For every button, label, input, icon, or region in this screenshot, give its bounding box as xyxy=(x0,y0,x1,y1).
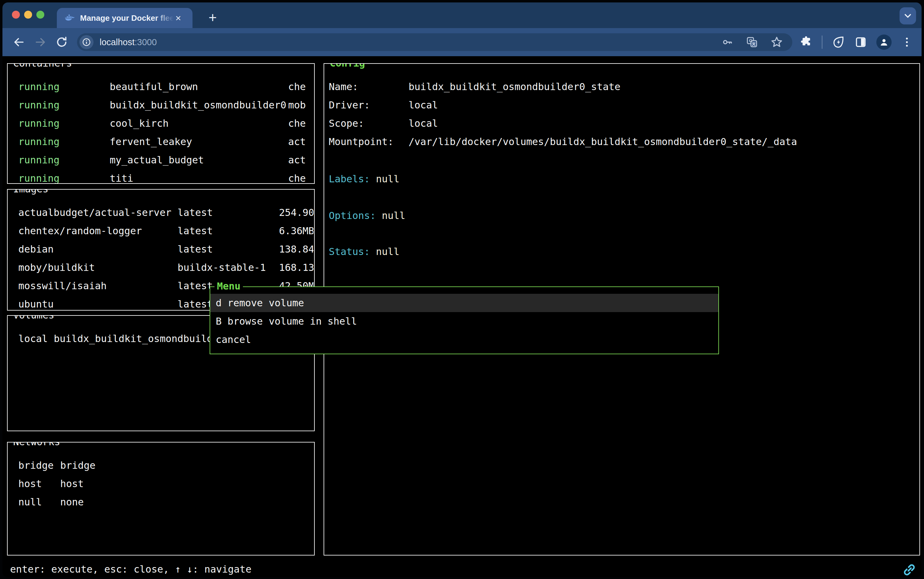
menu-item-remove-volume[interactable]: d remove volume xyxy=(210,294,718,312)
networks-rows: bridgebridge hosthost nullnone xyxy=(18,456,313,511)
docker-whale-favicon xyxy=(64,13,75,23)
translate-icon[interactable]: G xyxy=(746,36,758,48)
container-row[interactable]: runningmy_actual_budgetact xyxy=(18,151,313,169)
forward-button[interactable] xyxy=(32,34,49,51)
new-tab-button[interactable]: + xyxy=(204,9,221,26)
container-row[interactable]: runningcool_kirchche xyxy=(18,114,313,132)
back-button[interactable] xyxy=(10,34,28,51)
site-info-button[interactable] xyxy=(79,35,93,49)
menu-item-cancel[interactable]: cancel xyxy=(210,330,718,349)
volumes-panel-title: Volumes xyxy=(11,315,57,322)
config-options-field: Options: null xyxy=(329,206,405,225)
reload-button[interactable] xyxy=(53,34,70,51)
network-row[interactable]: bridgebridge xyxy=(18,456,313,474)
nav-buttons xyxy=(2,34,70,51)
container-row[interactable]: runningtitiche xyxy=(18,169,313,184)
more-vertical-icon[interactable] xyxy=(901,36,913,48)
image-row[interactable]: chentex/random-loggerlatest6.36MB xyxy=(18,222,313,240)
browser-window: Manage your Docker fleet wit × + xyxy=(2,2,922,577)
keybind-hints: enter: execute, esc: close, ↑ ↓: navigat… xyxy=(10,560,251,577)
svg-text:G: G xyxy=(749,38,753,43)
image-row[interactable]: actualbudget/actual-serverlatest254.90 xyxy=(18,203,313,222)
screenshot: Manage your Docker fleet wit × + xyxy=(0,0,924,579)
image-row[interactable]: moby/buildkitbuildx-stable-1168.13 xyxy=(18,258,313,277)
menu-title: Menu xyxy=(215,279,243,293)
traffic-lights xyxy=(12,11,44,19)
link-icon[interactable] xyxy=(901,562,917,577)
zoom-window-button[interactable] xyxy=(36,11,44,19)
config-field: Scope:local xyxy=(329,114,916,132)
chevron-down-icon xyxy=(903,11,913,21)
minimize-window-button[interactable] xyxy=(24,11,32,19)
config-labels-field: Labels: null xyxy=(329,170,399,188)
tab-title-wrap: Manage your Docker fleet wit xyxy=(80,13,174,23)
config-status-field: Status: null xyxy=(329,242,399,261)
container-row[interactable]: runningbuildx_buildkit_osmondbuilder0mob xyxy=(18,96,313,114)
person-icon xyxy=(879,37,889,47)
toolbar-right-icons xyxy=(799,34,922,50)
address-bar-icons: G xyxy=(721,36,786,49)
networks-panel: Networks bridgebridge hosthost nullnone xyxy=(7,442,315,556)
browser-tab[interactable]: Manage your Docker fleet wit × xyxy=(57,8,193,28)
tab-close-icon[interactable]: × xyxy=(175,13,181,23)
energy-leaf-icon[interactable] xyxy=(832,36,845,49)
info-icon xyxy=(82,38,91,47)
tab-title-fade xyxy=(155,13,174,23)
containers-rows: runningbeautiful_brownche runningbuildx_… xyxy=(18,78,313,184)
bookmark-star-icon[interactable] xyxy=(770,36,783,49)
forward-icon xyxy=(34,36,46,48)
url-host: localhost xyxy=(100,37,134,47)
toolbar-separator xyxy=(822,36,822,49)
network-row[interactable]: nullnone xyxy=(18,493,313,511)
networks-panel-title: Networks xyxy=(11,442,63,449)
network-row[interactable]: hosthost xyxy=(18,474,313,493)
action-menu-popup: Menu d remove volume B browse volume in … xyxy=(210,286,719,354)
close-window-button[interactable] xyxy=(12,11,20,19)
images-panel-title: Images xyxy=(11,189,51,196)
password-key-icon[interactable] xyxy=(721,36,734,48)
containers-panel-title: Containers xyxy=(11,63,75,70)
profile-avatar[interactable] xyxy=(876,34,891,50)
reload-icon xyxy=(56,36,68,48)
container-row[interactable]: runningbeautiful_brownche xyxy=(18,78,313,96)
image-row[interactable]: debianlatest138.84 xyxy=(18,240,313,258)
address-bar[interactable]: localhost:3000 G xyxy=(77,33,792,51)
config-panel-title: Config xyxy=(327,63,368,70)
extensions-puzzle-icon[interactable] xyxy=(799,36,813,49)
browser-toolbar: localhost:3000 G xyxy=(2,28,922,56)
menu-item-browse-volume[interactable]: B browse volume in shell xyxy=(210,312,718,330)
side-panel-icon[interactable] xyxy=(854,36,867,49)
tab-search-button[interactable] xyxy=(899,7,916,25)
tab-bar: Manage your Docker fleet wit × + xyxy=(2,2,922,28)
url-text[interactable]: localhost:3000 xyxy=(100,37,721,47)
app-content: Containers runningbeautiful_brownche run… xyxy=(2,56,922,577)
url-port: :3000 xyxy=(134,37,157,47)
back-icon xyxy=(13,36,25,48)
config-field: Name:buildx_buildkit_osmondbuilder0_stat… xyxy=(329,78,916,96)
container-row[interactable]: runningfervent_leakeyact xyxy=(18,132,313,151)
config-field: Driver:local xyxy=(329,96,916,114)
config-fields: Name:buildx_buildkit_osmondbuilder0_stat… xyxy=(329,78,916,151)
config-field: Mountpoint:/var/lib/docker/volumes/build… xyxy=(329,132,916,151)
containers-panel: Containers runningbeautiful_brownche run… xyxy=(7,63,315,184)
